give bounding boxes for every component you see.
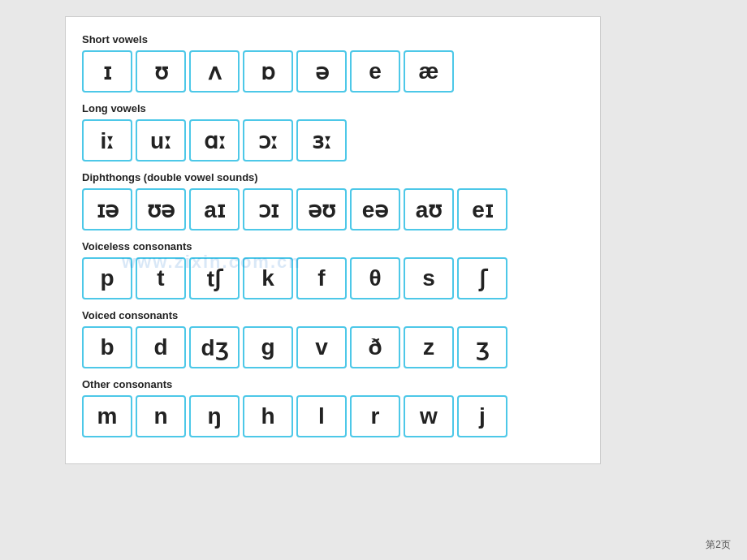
- symbol-box[interactable]: aɪ: [189, 188, 240, 230]
- section-title-short-vowels: Short vowels: [82, 33, 584, 45]
- symbol-box[interactable]: z: [404, 326, 454, 368]
- symbol-box[interactable]: l: [296, 395, 347, 437]
- symbol-box[interactable]: b: [82, 326, 132, 368]
- symbol-box[interactable]: h: [243, 395, 293, 437]
- section-title-diphthongs: Diphthongs (double vowel sounds): [82, 171, 584, 183]
- symbol-box[interactable]: ʊ: [136, 50, 186, 93]
- symbol-box[interactable]: eə: [350, 188, 400, 230]
- symbol-box[interactable]: f: [296, 257, 347, 299]
- symbol-box[interactable]: aʊ: [404, 188, 454, 230]
- section-title-other-consonants: Other consonants: [82, 378, 584, 390]
- symbol-box[interactable]: dʒ: [189, 326, 240, 368]
- symbol-box[interactable]: tʃ: [189, 257, 240, 299]
- symbol-box[interactable]: ŋ: [189, 395, 240, 437]
- symbol-box[interactable]: ɒ: [243, 50, 293, 93]
- symbols-row-long-vowels: iːuːɑːɔːɜː: [82, 119, 584, 162]
- symbol-box[interactable]: v: [296, 326, 347, 368]
- symbols-row-voiced-consonants: bddʒgvðzʒ: [82, 326, 584, 368]
- symbol-box[interactable]: iː: [82, 119, 132, 162]
- symbol-box[interactable]: k: [243, 257, 293, 299]
- symbols-row-short-vowels: ɪʊʌɒəeæ: [82, 50, 584, 93]
- symbol-box[interactable]: j: [457, 395, 507, 437]
- symbol-box[interactable]: g: [243, 326, 293, 368]
- symbol-box[interactable]: ɑː: [189, 119, 240, 162]
- symbol-box[interactable]: æ: [404, 50, 454, 93]
- symbol-box[interactable]: e: [350, 50, 400, 93]
- section-short-vowels: Short vowelsɪʊʌɒəeæ: [82, 33, 584, 93]
- symbol-box[interactable]: m: [82, 395, 132, 437]
- symbols-row-other-consonants: mnŋhlrwj: [82, 395, 584, 437]
- section-other-consonants: Other consonantsmnŋhlrwj: [82, 378, 584, 437]
- symbol-box[interactable]: eɪ: [457, 188, 507, 230]
- section-title-voiced-consonants: Voiced consonants: [82, 309, 584, 321]
- section-title-long-vowels: Long vowels: [82, 102, 584, 114]
- symbol-box[interactable]: t: [136, 257, 186, 299]
- symbol-box[interactable]: s: [404, 257, 454, 299]
- page-number: 第2页: [706, 538, 731, 552]
- main-container: Short vowelsɪʊʌɒəeæLong vowelsiːuːɑːɔːɜː…: [65, 16, 601, 464]
- symbol-box[interactable]: ʊə: [136, 188, 186, 230]
- symbols-row-diphthongs: ɪəʊəaɪɔɪəʊeəaʊeɪ: [82, 188, 584, 230]
- symbols-row-voiceless-consonants: pttʃkfθsʃ: [82, 257, 584, 299]
- section-title-voiceless-consonants: Voiceless consonants: [82, 240, 584, 252]
- symbol-box[interactable]: ʒ: [457, 326, 507, 368]
- symbol-box[interactable]: ʌ: [189, 50, 240, 93]
- section-voiceless-consonants: Voiceless consonantspttʃkfθsʃ: [82, 240, 584, 299]
- symbol-box[interactable]: ʃ: [457, 257, 507, 299]
- symbol-box[interactable]: ð: [350, 326, 400, 368]
- symbol-box[interactable]: əʊ: [296, 188, 347, 230]
- symbol-box[interactable]: ɪə: [82, 188, 132, 230]
- symbol-box[interactable]: ɜː: [296, 119, 347, 162]
- symbol-box[interactable]: ɔː: [243, 119, 293, 162]
- symbol-box[interactable]: d: [136, 326, 186, 368]
- symbol-box[interactable]: θ: [350, 257, 400, 299]
- section-voiced-consonants: Voiced consonantsbddʒgvðzʒ: [82, 309, 584, 368]
- symbol-box[interactable]: r: [350, 395, 400, 437]
- symbol-box[interactable]: ɔɪ: [243, 188, 293, 230]
- section-long-vowels: Long vowelsiːuːɑːɔːɜː: [82, 102, 584, 162]
- symbol-box[interactable]: ə: [296, 50, 347, 93]
- symbol-box[interactable]: uː: [136, 119, 186, 162]
- symbol-box[interactable]: ɪ: [82, 50, 132, 93]
- symbol-box[interactable]: n: [136, 395, 186, 437]
- symbol-box[interactable]: w: [404, 395, 454, 437]
- symbol-box[interactable]: p: [82, 257, 132, 299]
- section-diphthongs: Diphthongs (double vowel sounds)ɪəʊəaɪɔɪ…: [82, 171, 584, 230]
